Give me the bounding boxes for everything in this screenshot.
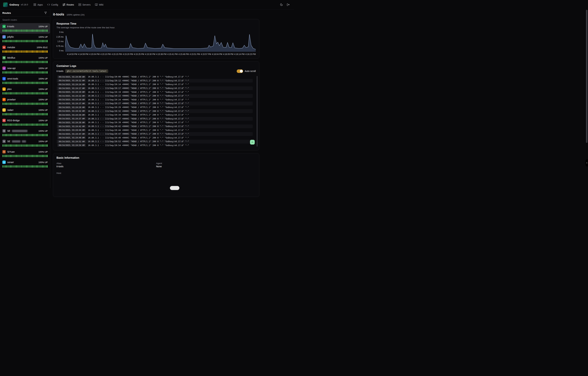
route-name: radarr (7, 109, 13, 111)
nav-label: Config (51, 3, 58, 6)
redacted-text (22, 140, 26, 143)
nav-wiki[interactable]: Wiki (95, 3, 103, 6)
y-tick-label: 1.5 ms (57, 41, 64, 42)
sidebar-route-omni-tools[interactable]: oomni-tools100% UP (0, 75, 50, 86)
prowlarr-app-icon: P (2, 98, 6, 101)
response-time-subtitle: The average response time of the route o… (56, 26, 256, 29)
grid-icon (33, 3, 36, 6)
y-tick-label: 2.25 ms (56, 36, 64, 38)
log-message: 10.89.3.1 - - [13/Sep/20:54 +0000] "HEAD… (88, 144, 189, 146)
uptime-bars (2, 113, 48, 115)
log-timestamp: 09/14/2025, 01:24:12 AM (57, 79, 86, 82)
field-value: None (156, 165, 256, 168)
log-row: 09/14/2025, 01:24:12 AM10.89.3.1 - - [13… (56, 79, 253, 83)
route-name: new-api (7, 67, 15, 70)
chart-plot-area (65, 31, 256, 52)
log-timestamp: 09/14/2025, 01:24:47 AM (57, 133, 86, 136)
x-tick-label: 4:14:59 PM (78, 53, 88, 55)
field-agent: Agent None (156, 162, 256, 168)
basic-info-card: Basic Information Alias it-tools Agent N… (53, 153, 259, 188)
field-value: it-tools (56, 165, 156, 168)
it-tools-app-icon: it (2, 25, 6, 28)
log-message: 10.89.3.1 - - [13/Sep/20:34 +0000] "HEAD… (88, 114, 189, 116)
sidebar-route-jellyfin[interactable]: jjellyfin100% UP (0, 34, 50, 44)
y-tick-label: 0.75 ms (56, 45, 64, 47)
uptime-bars (2, 144, 48, 147)
route-status: 100% UP (38, 57, 48, 59)
route-name: omni-tools (7, 77, 18, 80)
log-message: 10.89.3.1 - - [13/Sep/20:09 +0000] "HEAD… (88, 76, 189, 78)
uptime-bars (2, 124, 48, 126)
route-row: itit-tools100% UP (2, 25, 48, 28)
route-row: SSiYuan100% UP (2, 150, 48, 154)
route-name: SE (7, 130, 11, 132)
route-status: 100% UP (38, 67, 48, 70)
route-row: Pprowlarr100% UP (2, 98, 48, 101)
redacted-text (12, 140, 20, 143)
x-tick-label: 4:15:20 PM (123, 53, 133, 55)
sidebar-route-metube[interactable]: mmetube100% IDLE (0, 44, 50, 55)
sidebar-route-se[interactable]: SSE100% UP (0, 128, 50, 138)
search-input[interactable] (2, 19, 48, 21)
sidebar-route-prowlarr[interactable]: Pprowlarr100% UP (0, 96, 50, 107)
sidebar-route-se[interactable]: SSE100% UP (0, 138, 50, 149)
route-name: sonarr (7, 161, 14, 164)
nav-routes[interactable]: Routes (63, 3, 74, 6)
uptime-bars (2, 40, 48, 42)
redacted-text (12, 130, 27, 132)
page-title: it-tools (53, 12, 64, 16)
log-row: 09/14/2025, 01:24:32 AM10.89.3.1 - - [13… (56, 109, 253, 113)
brand-name: GoDoxy (10, 3, 19, 6)
log-message: 10.89.3.1 - - [13/Sep/20:39 +0000] "HEAD… (88, 121, 189, 124)
x-tick-label: 4:15:51 PM (190, 53, 200, 55)
logs-scrollbar[interactable] (257, 76, 257, 146)
sidebar-route-sonarr[interactable]: ssonarr100% UP (0, 159, 50, 169)
log-row: 09/14/2025, 01:24:39 AM10.89.3.1 - - [13… (56, 121, 253, 125)
auto-scroll-toggle[interactable] (237, 69, 243, 73)
basic-info-title: Basic Information (56, 156, 256, 159)
metube-app-icon: m (2, 46, 6, 49)
log-timestamp: 09/14/2025, 01:24:32 AM (57, 110, 86, 113)
log-message: 10.89.3.1 - - [13/Sep/20:12 +0000] "HEAD… (88, 80, 189, 82)
route-status: 100% UP (38, 130, 48, 132)
log-list[interactable]: 09/14/2025, 01:24:09 AM10.89.3.1 - - [13… (56, 75, 253, 147)
sidebar-route-siyuan[interactable]: SSiYuan100% UP (0, 149, 50, 159)
logout-button[interactable] (285, 2, 291, 8)
route-status: 100% UP (38, 161, 48, 164)
log-row: 09/14/2025, 01:24:49 AM10.89.3.1 - - [13… (56, 136, 253, 140)
sidebar-route-rss-bridge[interactable]: RRSS-Bridge100% UP (0, 117, 50, 128)
log-timestamp: 09/14/2025, 01:24:49 AM (57, 136, 86, 139)
sidebar-route-miniflux[interactable]: MMiniflux100% UP (0, 55, 50, 65)
logs-meta-row: it-tools ghcr.io/corentinth/it-tools:lat… (56, 69, 256, 73)
uptime-bars (2, 50, 48, 53)
brand[interactable]: GoDoxy v0.18.0 (3, 2, 28, 7)
sidebar-title: Routes (2, 11, 11, 14)
log-timestamp: 09/14/2025, 01:24:19 AM (57, 91, 86, 94)
siyuan-app-icon: S (2, 150, 6, 154)
route-name: plex (7, 88, 12, 91)
field-label: Agent (156, 162, 256, 165)
x-tick-label: 4:15:57 PM (201, 53, 211, 55)
radarr-app-icon: r (2, 108, 6, 112)
route-detail-panel: it-tools 100% uptime (1h) Response Time … (50, 10, 294, 188)
scroll-top-button[interactable] (250, 140, 255, 145)
theme-toggle-button[interactable] (278, 2, 284, 8)
log-row: 09/14/2025, 01:24:54 AM10.89.3.1 - - [13… (56, 144, 253, 147)
x-tick-label: 4:15:30 PM (145, 53, 155, 55)
route-status: 100% UP (38, 140, 48, 143)
nav-servers[interactable]: Servers (78, 3, 91, 6)
sidebar-route-plex[interactable]: pplex100% UP (0, 86, 50, 96)
log-message: 10.89.3.1 - - [13/Sep/20:37 +0000] "HEAD… (88, 118, 189, 120)
x-tick-label: 4:15:25 PM (134, 53, 144, 55)
y-tick-label: 0 ms (59, 50, 64, 52)
sidebar-route-new-api[interactable]: nnew-api100% UP (0, 65, 50, 75)
route-row: nnew-api100% UP (2, 67, 48, 70)
nav-config[interactable]: Config (47, 3, 58, 6)
sidebar-route-radarr[interactable]: rradarr100% UP (0, 107, 50, 117)
route-status: 100% UP (38, 119, 48, 122)
log-row: 09/14/2025, 01:24:29 AM10.89.3.1 - - [13… (56, 105, 253, 109)
filter-button[interactable] (43, 11, 48, 15)
route-name: RSS-Bridge (7, 119, 20, 122)
sidebar-route-it-tools[interactable]: itit-tools100% UP (0, 23, 50, 34)
nav-apps[interactable]: Apps (33, 3, 43, 6)
